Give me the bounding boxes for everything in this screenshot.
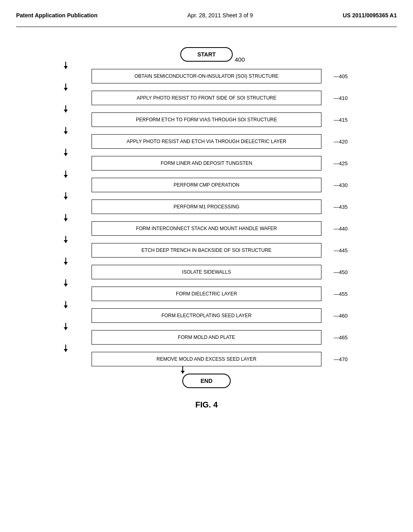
flow-arrow-11	[65, 301, 66, 308]
step-label-455: —455	[334, 291, 348, 297]
step-box-440: FORM INTERCONNECT STACK AND MOUNT HANDLE…	[92, 221, 321, 236]
start-box: START	[180, 47, 233, 62]
final-arrow	[182, 366, 183, 374]
flow-arrow-12	[65, 323, 66, 330]
flow-arrow-10	[65, 279, 66, 287]
step-wrapper-460: FORM ELECTROPLATING SEED LAYER—460	[65, 308, 348, 323]
step-label-450: —450	[334, 269, 348, 275]
step-wrapper-450: ISOLATE SIDEWALLS—450	[65, 265, 348, 279]
fig-label: FIG. 4	[195, 400, 218, 409]
step-wrapper-465: FORM MOLD AND PLATE—465	[65, 330, 348, 345]
end-wrapper: END	[182, 366, 231, 388]
step-wrapper-420: APPLY PHOTO RESIST AND ETCH VIA THROUGH …	[65, 134, 348, 149]
flow-arrow-8	[65, 236, 66, 243]
step-label-435: —435	[334, 204, 348, 210]
diagram-container: 400 START OBTAIN SEMICONDUCTOR-ON-INSULA…	[16, 39, 397, 418]
step-box-425: FORM LINER AND DEPOSIT TUNGSTEN	[92, 156, 321, 170]
step-wrapper-470: REMOVE MOLD AND EXCESS SEED LAYER—470	[65, 352, 348, 366]
step-wrapper-425: FORM LINER AND DEPOSIT TUNGSTEN—425	[65, 156, 348, 170]
step-label-470: —470	[334, 356, 348, 362]
step-label-415: —415	[334, 117, 348, 123]
step-label-460: —460	[334, 313, 348, 319]
step-wrapper-430: PERFORM CMP OPERATION—430	[65, 178, 348, 192]
step-box-430: PERFORM CMP OPERATION	[92, 178, 321, 192]
page-header: Patent Application Publication Apr. 28, …	[16, 8, 397, 27]
step-label-445: —445	[334, 247, 348, 254]
flow-arrow-4	[65, 149, 66, 156]
diagram-number: 400	[235, 56, 245, 63]
step-wrapper-440: FORM INTERCONNECT STACK AND MOUNT HANDLE…	[65, 221, 348, 236]
step-box-420: APPLY PHOTO RESIST AND ETCH VIA THROUGH …	[92, 134, 321, 149]
step-box-410: APPLY PHOTO RESIST TO FRONT SIDE OF SOI …	[92, 91, 321, 105]
step-label-440: —440	[334, 226, 348, 232]
flow-arrow-5	[65, 170, 66, 178]
step-box-405: OBTAIN SEMICONDUCTOR-ON-INSULATOR (SOI) …	[92, 69, 321, 83]
end-box: END	[182, 374, 231, 388]
step-wrapper-410: APPLY PHOTO RESIST TO FRONT SIDE OF SOI …	[65, 91, 348, 105]
flow-arrow-1	[65, 83, 66, 91]
header-left: Patent Application Publication	[16, 12, 98, 19]
step-wrapper-435: PERFORM M1 PROCESSING—435	[65, 200, 348, 214]
step-label-465: —465	[334, 335, 348, 341]
step-wrapper-405: OBTAIN SEMICONDUCTOR-ON-INSULATOR (SOI) …	[65, 69, 348, 83]
step-box-470: REMOVE MOLD AND EXCESS SEED LAYER	[92, 352, 321, 366]
flow-arrow-0	[65, 62, 66, 69]
step-label-425: —425	[334, 160, 348, 166]
step-box-435: PERFORM M1 PROCESSING	[92, 200, 321, 214]
header-center: Apr. 28, 2011 Sheet 3 of 9	[187, 12, 253, 19]
page: Patent Application Publication Apr. 28, …	[0, 0, 413, 532]
step-wrapper-455: FORM DIELECTRIC LAYER—455	[65, 287, 348, 301]
step-box-465: FORM MOLD AND PLATE	[92, 330, 321, 345]
header-right: US 2011/0095365 A1	[343, 12, 397, 19]
steps-container: OBTAIN SEMICONDUCTOR-ON-INSULATOR (SOI) …	[65, 62, 348, 366]
step-box-460: FORM ELECTROPLATING SEED LAYER	[92, 308, 321, 323]
flow-arrow-2	[65, 105, 66, 112]
step-wrapper-445: ETCH DEEP TRENCH IN BACKSIDE OF SOI STRU…	[65, 243, 348, 258]
step-box-415: PERFORM ETCH TO FORM VIAS THROUGH SOI ST…	[92, 112, 321, 127]
step-label-410: —410	[334, 95, 348, 101]
step-label-405: —405	[334, 73, 348, 79]
flow-arrow-13	[65, 345, 66, 352]
flow-arrow-3	[65, 127, 66, 134]
step-box-445: ETCH DEEP TRENCH IN BACKSIDE OF SOI STRU…	[92, 243, 321, 258]
step-label-420: —420	[334, 139, 348, 145]
flow-arrow-9	[65, 258, 66, 265]
step-box-455: FORM DIELECTRIC LAYER	[92, 287, 321, 301]
step-label-430: —430	[334, 182, 348, 188]
flow-arrow-7	[65, 214, 66, 221]
flow-arrow-6	[65, 192, 66, 200]
flowchart: 400 START OBTAIN SEMICONDUCTOR-ON-INSULA…	[65, 47, 348, 388]
step-wrapper-415: PERFORM ETCH TO FORM VIAS THROUGH SOI ST…	[65, 112, 348, 127]
step-box-450: ISOLATE SIDEWALLS	[92, 265, 321, 279]
